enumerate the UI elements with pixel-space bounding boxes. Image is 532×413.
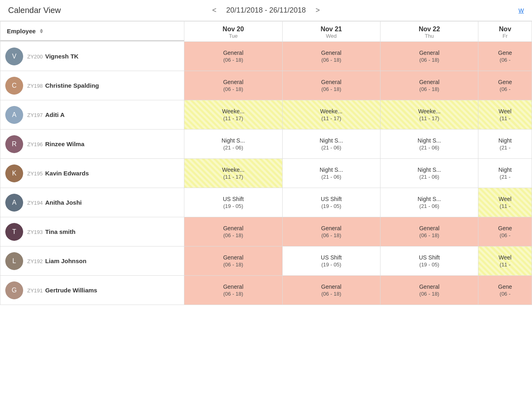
shift-time: (11 - 17): [188, 174, 279, 180]
shift-cell[interactable]: General (06 - 18): [282, 217, 380, 247]
shift-cell[interactable]: Night S... (21 - 06): [380, 188, 478, 217]
shift-cell[interactable]: Gene (06 -: [478, 42, 532, 71]
emp-name-zy198: Christine Spalding: [45, 82, 99, 89]
th-employee: Employee: [0, 22, 184, 42]
shift-name: General: [188, 225, 279, 231]
shift-cell[interactable]: Gene (06 -: [478, 276, 532, 305]
shift-time: (06 - 18): [286, 291, 377, 297]
day-name-3: Nov: [482, 26, 528, 33]
shift-name: Night: [482, 137, 528, 144]
shift-cell[interactable]: Weeke... (11 - 17): [380, 100, 478, 130]
shift-cell[interactable]: Night S... (21 - 06): [380, 159, 478, 188]
avatar-zy195: K: [5, 164, 23, 182]
date-range: 20/11/2018 - 26/11/2018: [226, 6, 306, 15]
shift-cell[interactable]: US Shift (19 - 05): [380, 247, 478, 276]
header-row: Employee Nov 20 Tue Nov 21: [0, 22, 532, 42]
shift-cell[interactable]: Gene (06 -: [478, 71, 532, 100]
day-name-0: Nov 20: [188, 26, 279, 33]
shift-cell[interactable]: Weeke... (11 - 17): [184, 159, 282, 188]
shift-cell[interactable]: Weel (11 -: [478, 247, 532, 276]
shift-time: (06 - 18): [188, 291, 279, 297]
shift-cell[interactable]: US Shift (19 - 05): [282, 247, 380, 276]
employee-cell-zy194[interactable]: A ZY194 Anitha Joshi: [0, 188, 184, 217]
shift-name: US Shift: [188, 196, 279, 202]
top-link[interactable]: W: [519, 7, 524, 14]
shift-cell[interactable]: Night S... (21 - 06): [380, 130, 478, 159]
employee-cell-zy193[interactable]: T ZY193 Tina smith: [0, 217, 184, 247]
svg-text:R: R: [12, 141, 17, 147]
shift-cell[interactable]: General (06 - 18): [184, 42, 282, 71]
shift-cell[interactable]: Night S... (21 - 06): [282, 159, 380, 188]
shift-cell[interactable]: Night S... (21 - 06): [184, 130, 282, 159]
shift-cell[interactable]: General (06 - 18): [184, 247, 282, 276]
shift-name: Gene: [482, 225, 528, 231]
shift-name: Weeke...: [188, 166, 279, 173]
shift-name: Weel: [482, 196, 528, 202]
emp-name-zy193: Tina smith: [45, 228, 76, 235]
avatar-zy191: G: [5, 281, 23, 299]
shift-cell[interactable]: General (06 - 18): [380, 42, 478, 71]
emp-id-zy200: ZY200: [27, 54, 43, 60]
header-bar: Calendar View < 20/11/2018 - 26/11/2018 …: [0, 0, 532, 21]
emp-id-zy191: ZY191: [27, 288, 43, 294]
shift-name: Night S...: [286, 166, 377, 173]
prev-button[interactable]: <: [209, 4, 220, 16]
employee-cell-zy192[interactable]: L ZY192 Liam Johnson: [0, 247, 184, 276]
shift-name: Night S...: [188, 137, 279, 144]
employee-cell-zy198[interactable]: C ZY198 Christine Spalding: [0, 71, 184, 100]
employee-cell-zy195[interactable]: K ZY195 Kavin Edwards: [0, 159, 184, 188]
shift-cell[interactable]: General (06 - 18): [184, 71, 282, 100]
svg-text:V: V: [12, 53, 17, 60]
shift-cell[interactable]: Night S... (21 - 06): [282, 130, 380, 159]
shift-time: (06 -: [482, 232, 528, 238]
calendar-container: Employee Nov 20 Tue Nov 21: [0, 21, 532, 305]
employee-cell-zy197[interactable]: A ZY197 Aditi A: [0, 100, 184, 130]
shift-cell[interactable]: General (06 - 18): [380, 217, 478, 247]
shift-name: General: [384, 283, 475, 290]
shift-time: (06 - 18): [384, 86, 475, 92]
shift-cell[interactable]: Weeke... (11 - 17): [184, 100, 282, 130]
table-row: R ZY196 Rinzee Wilma Night S... (21 - 06…: [0, 130, 532, 159]
svg-text:K: K: [12, 170, 17, 177]
shift-cell[interactable]: General (06 - 18): [380, 276, 478, 305]
shift-cell[interactable]: General (06 - 18): [282, 71, 380, 100]
shift-time: (06 - 18): [188, 232, 279, 238]
avatar-zy197: A: [5, 106, 23, 124]
shift-time: (21 -: [482, 145, 528, 151]
svg-text:L: L: [13, 257, 16, 264]
day-sub-3: Fr: [482, 33, 528, 39]
next-button[interactable]: >: [312, 4, 323, 16]
shift-cell[interactable]: General (06 - 18): [282, 42, 380, 71]
emp-name-zy196: Rinzee Wilma: [45, 141, 84, 147]
shift-time: (21 - 06): [286, 145, 377, 151]
shift-cell[interactable]: US Shift (19 - 05): [184, 188, 282, 217]
shift-time: (21 - 06): [384, 203, 475, 209]
shift-name: Gene: [482, 283, 528, 290]
shift-cell[interactable]: Night (21 -: [478, 159, 532, 188]
shift-cell[interactable]: Gene (06 -: [478, 217, 532, 247]
th-day-2: Nov 22 Thu: [380, 22, 478, 42]
shift-cell[interactable]: General (06 - 18): [184, 217, 282, 247]
day-sub-2: Thu: [384, 33, 475, 39]
employee-cell-zy191[interactable]: G ZY191 Gertrude Williams: [0, 276, 184, 305]
shift-cell[interactable]: US Shift (19 - 05): [282, 188, 380, 217]
shift-cell[interactable]: Weel (11 -: [478, 188, 532, 217]
shift-cell[interactable]: General (06 - 18): [282, 276, 380, 305]
employee-cell-zy200[interactable]: V ZY200 Vignesh TK: [0, 42, 184, 71]
shift-name: General: [188, 79, 279, 85]
employee-cell-zy196[interactable]: R ZY196 Rinzee Wilma: [0, 130, 184, 159]
employee-header[interactable]: Employee: [0, 22, 184, 41]
calendar-table: Employee Nov 20 Tue Nov 21: [0, 21, 532, 305]
shift-cell[interactable]: Night (21 -: [478, 130, 532, 159]
shift-cell[interactable]: Weel (11 -: [478, 100, 532, 130]
avatar-zy198: C: [5, 77, 23, 95]
shift-time: (21 - 06): [188, 145, 279, 151]
shift-name: Gene: [482, 79, 528, 85]
svg-text:C: C: [12, 82, 17, 89]
shift-name: Weeke...: [286, 108, 377, 115]
svg-text:A: A: [12, 111, 17, 118]
shift-cell[interactable]: General (06 - 18): [380, 71, 478, 100]
shift-cell[interactable]: General (06 - 18): [184, 276, 282, 305]
shift-cell[interactable]: Weeke... (11 - 17): [282, 100, 380, 130]
sort-icon[interactable]: [40, 29, 43, 33]
